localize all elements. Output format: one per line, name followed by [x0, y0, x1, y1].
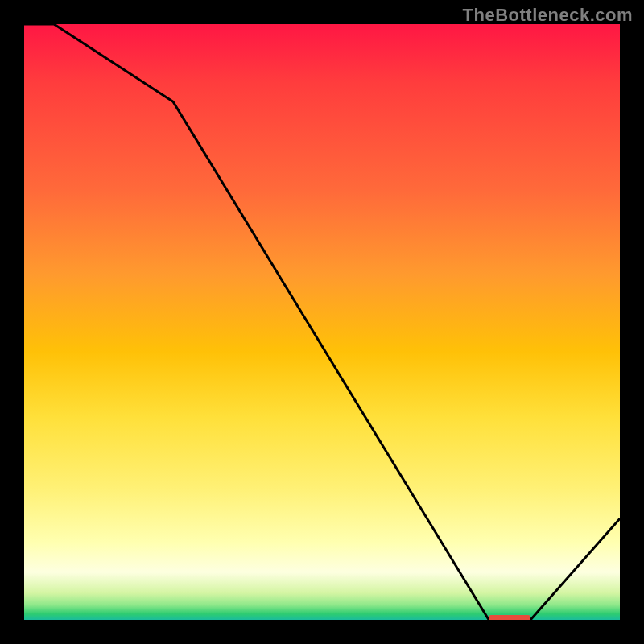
attribution-text: TheBottleneck.com	[463, 5, 633, 26]
chart-background	[24, 24, 620, 620]
chart-container	[24, 24, 620, 620]
optimal-marker	[489, 615, 530, 620]
gradient-chart	[24, 24, 620, 620]
